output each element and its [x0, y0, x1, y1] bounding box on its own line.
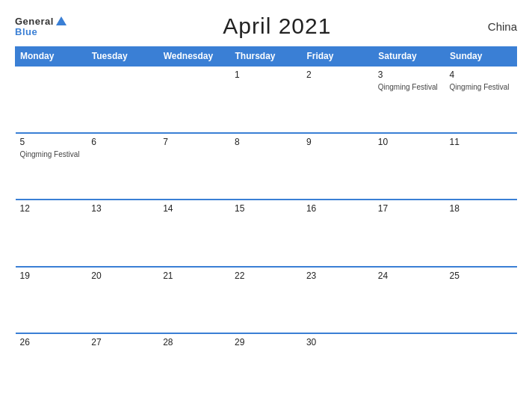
table-row: 7: [158, 133, 230, 200]
table-row: 27: [87, 333, 158, 401]
header-monday: Monday: [16, 47, 87, 67]
table-row: 4Qingming Festival: [445, 66, 517, 133]
table-row: 1: [230, 66, 302, 133]
day-number: 11: [450, 137, 513, 147]
calendar-week-row: 123Qingming Festival4Qingming Festival: [16, 66, 517, 133]
logo-blue-text: Blue: [15, 27, 66, 37]
table-row: 5Qingming Festival: [16, 133, 87, 200]
table-row: [16, 66, 87, 133]
day-number: 3: [378, 69, 441, 80]
table-row: 9: [302, 133, 374, 200]
table-row: 14: [158, 200, 230, 267]
calendar-page: General Blue April 2021 China Monday Tue…: [0, 0, 532, 411]
table-row: 28: [158, 333, 230, 401]
logo-triangle-icon: [56, 16, 66, 25]
day-number: 23: [306, 271, 369, 281]
day-number: 13: [91, 203, 154, 214]
table-row: 18: [445, 200, 517, 267]
table-row: [374, 333, 445, 401]
table-row: 13: [87, 200, 158, 267]
day-number: 12: [20, 203, 83, 214]
calendar-header-row: Monday Tuesday Wednesday Thursday Friday…: [16, 47, 517, 67]
table-row: 15: [230, 200, 302, 267]
table-row: 17: [374, 200, 445, 267]
calendar-week-row: 12131415161718: [16, 200, 517, 267]
header-tuesday: Tuesday: [87, 47, 158, 67]
day-number: 15: [235, 203, 297, 214]
header-sunday: Sunday: [445, 47, 517, 67]
table-row: 25: [445, 267, 517, 334]
logo: General Blue: [15, 16, 66, 37]
calendar-week-row: 19202122232425: [16, 267, 517, 334]
event-label: Qingming Festival: [450, 83, 510, 91]
day-number: 10: [378, 137, 441, 147]
table-row: 21: [158, 267, 230, 334]
calendar-week-row: 5Qingming Festival67891011: [16, 133, 517, 200]
table-row: 19: [16, 267, 87, 334]
day-number: 6: [91, 137, 154, 147]
day-number: 26: [20, 337, 83, 347]
day-number: 5: [20, 137, 83, 147]
table-row: [87, 66, 158, 133]
table-row: 29: [230, 333, 302, 401]
day-number: 19: [20, 271, 83, 281]
table-row: 24: [374, 267, 445, 334]
table-row: 2: [302, 66, 374, 133]
table-row: 23: [302, 267, 374, 334]
day-number: 25: [450, 271, 513, 281]
event-label: Qingming Festival: [378, 83, 438, 91]
day-number: 29: [235, 337, 297, 347]
table-row: 3Qingming Festival: [374, 66, 445, 133]
day-number: 18: [450, 203, 513, 214]
table-row: 8: [230, 133, 302, 200]
table-row: [445, 333, 517, 401]
table-row: 10: [374, 133, 445, 200]
table-row: 16: [302, 200, 374, 267]
event-label: Qingming Festival: [20, 150, 80, 158]
day-number: 9: [306, 137, 369, 147]
table-row: 20: [87, 267, 158, 334]
day-number: 7: [163, 137, 226, 147]
day-number: 21: [163, 271, 226, 281]
day-number: 24: [378, 271, 441, 281]
table-row: 11: [445, 133, 517, 200]
header-thursday: Thursday: [230, 47, 302, 67]
table-row: 22: [230, 267, 302, 334]
table-row: [158, 66, 230, 133]
logo-general-text: General: [15, 16, 54, 26]
table-row: 12: [16, 200, 87, 267]
table-row: 30: [302, 333, 374, 401]
day-number: 28: [163, 337, 226, 347]
day-number: 16: [306, 203, 369, 214]
calendar-week-row: 2627282930: [16, 333, 517, 401]
month-title: April 2021: [223, 13, 331, 39]
day-number: 20: [91, 271, 154, 281]
day-number: 4: [450, 69, 513, 80]
header: General Blue April 2021 China: [15, 13, 517, 39]
day-number: 27: [91, 337, 154, 347]
calendar-table: Monday Tuesday Wednesday Thursday Friday…: [15, 46, 517, 401]
header-wednesday: Wednesday: [158, 47, 230, 67]
day-number: 14: [163, 203, 226, 214]
day-number: 1: [235, 69, 297, 80]
header-saturday: Saturday: [374, 47, 445, 67]
country-label: China: [488, 20, 517, 33]
day-number: 17: [378, 203, 441, 214]
day-number: 22: [235, 271, 297, 281]
header-friday: Friday: [302, 47, 374, 67]
day-number: 2: [306, 69, 369, 80]
table-row: 26: [16, 333, 87, 401]
day-number: 8: [235, 137, 297, 147]
day-number: 30: [306, 337, 369, 347]
table-row: 6: [87, 133, 158, 200]
